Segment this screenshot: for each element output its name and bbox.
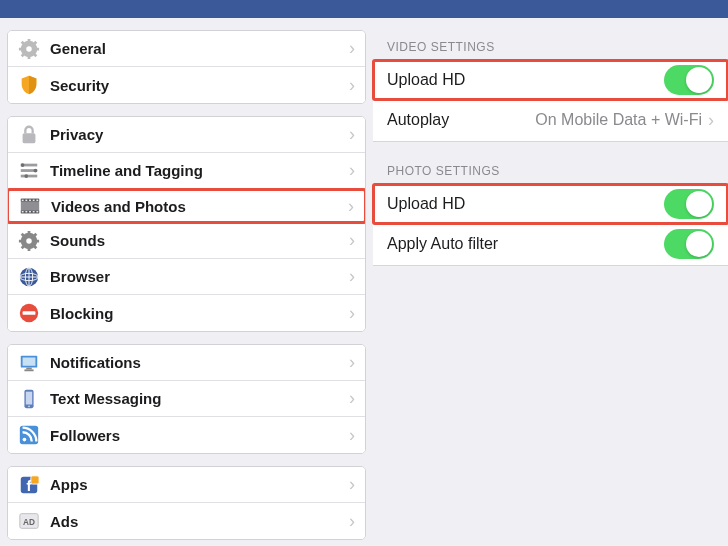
- chevron-right-icon: ›: [349, 474, 355, 495]
- chevron-right-icon: ›: [348, 196, 354, 217]
- section-header: VIDEO SETTINGS: [373, 18, 728, 60]
- chevron-right-icon: ›: [349, 160, 355, 181]
- svg-point-15: [34, 168, 38, 172]
- settings-group: fApps›ADAds›: [7, 466, 366, 540]
- setting-row-autofilter: Apply Auto filter: [373, 223, 728, 265]
- svg-rect-49: [26, 367, 32, 369]
- settings-row-general[interactable]: General›: [8, 31, 365, 67]
- svg-point-14: [21, 163, 25, 167]
- chevron-right-icon: ›: [349, 303, 355, 324]
- svg-rect-27: [29, 211, 31, 212]
- gear-icon: [18, 38, 40, 60]
- settings-row-label: Privacy: [50, 126, 349, 143]
- setting-row-video_hd: Upload HD: [372, 59, 728, 101]
- svg-rect-29: [36, 211, 38, 212]
- svg-rect-46: [23, 311, 36, 315]
- settings-row-label: Videos and Photos: [51, 198, 348, 215]
- svg-rect-58: [31, 475, 39, 483]
- svg-rect-52: [26, 391, 32, 404]
- svg-rect-28: [33, 211, 35, 212]
- svg-rect-20: [22, 200, 24, 201]
- settings-row-label: Browser: [50, 268, 349, 285]
- setting-label: Apply Auto filter: [387, 235, 664, 253]
- ads-icon: AD: [18, 510, 40, 532]
- chevron-right-icon: ›: [349, 230, 355, 251]
- svg-rect-13: [21, 174, 38, 177]
- svg-rect-10: [23, 133, 36, 143]
- svg-rect-50: [24, 369, 33, 371]
- rss-icon: [18, 424, 40, 446]
- settings-row-followers[interactable]: Followers›: [8, 417, 365, 453]
- svg-point-53: [28, 405, 30, 407]
- toggle-switch[interactable]: [664, 65, 714, 95]
- settings-row-label: Followers: [50, 427, 349, 444]
- setting-label: Upload HD: [387, 195, 664, 213]
- settings-row-text[interactable]: Text Messaging›: [8, 381, 365, 417]
- setting-row-photo_hd: Upload HD: [372, 183, 728, 225]
- svg-rect-48: [23, 357, 36, 365]
- settings-row-browser[interactable]: Browser›: [8, 259, 365, 295]
- settings-row-label: Ads: [50, 513, 349, 530]
- setting-value: On Mobile Data + Wi-Fi: [535, 111, 702, 129]
- settings-section: Upload HDApply Auto filter: [373, 184, 728, 266]
- setting-label: Autoplay: [387, 111, 535, 129]
- settings-row-security[interactable]: Security›: [8, 67, 365, 103]
- svg-point-1: [26, 46, 32, 52]
- chevron-right-icon: ›: [349, 388, 355, 409]
- settings-row-label: Security: [50, 77, 349, 94]
- svg-text:AD: AD: [23, 518, 35, 527]
- block-icon: [18, 302, 40, 324]
- svg-point-55: [23, 438, 27, 442]
- film-icon: [19, 195, 41, 217]
- chevron-right-icon: ›: [349, 124, 355, 145]
- svg-line-7: [34, 53, 37, 56]
- settings-row-label: Apps: [50, 476, 349, 493]
- settings-row-label: Notifications: [50, 354, 349, 371]
- settings-row-apps[interactable]: fApps›: [8, 467, 365, 503]
- settings-row-label: Blocking: [50, 305, 349, 322]
- chevron-right-icon: ›: [349, 511, 355, 532]
- svg-line-37: [34, 245, 37, 248]
- svg-rect-21: [25, 200, 27, 201]
- toggle-switch[interactable]: [664, 229, 714, 259]
- chevron-right-icon: ›: [708, 110, 714, 131]
- svg-rect-22: [29, 200, 31, 201]
- settings-row-ads[interactable]: ADAds›: [8, 503, 365, 539]
- setting-row-autoplay[interactable]: AutoplayOn Mobile Data + Wi-Fi›: [373, 99, 728, 141]
- svg-rect-26: [25, 211, 27, 212]
- settings-row-timeline[interactable]: Timeline and Tagging›: [8, 153, 365, 189]
- settings-row-label: Sounds: [50, 232, 349, 249]
- settings-row-blocking[interactable]: Blocking›: [8, 295, 365, 331]
- svg-line-36: [22, 233, 25, 236]
- apps-icon: f: [18, 474, 40, 496]
- svg-line-9: [34, 41, 37, 44]
- lock-icon: [18, 124, 40, 146]
- toggle-switch[interactable]: [664, 189, 714, 219]
- settings-row-sounds[interactable]: Sounds›: [8, 223, 365, 259]
- timeline-icon: [18, 160, 40, 182]
- settings-row-notifications[interactable]: Notifications›: [8, 345, 365, 381]
- settings-row-videos[interactable]: Videos and Photos›: [7, 188, 366, 224]
- settings-row-label: Timeline and Tagging: [50, 162, 349, 179]
- settings-group: Privacy›Timeline and Tagging›Videos and …: [7, 116, 366, 332]
- svg-line-39: [34, 233, 37, 236]
- chevron-right-icon: ›: [349, 266, 355, 287]
- svg-line-8: [22, 53, 25, 56]
- settings-row-label: General: [50, 40, 349, 57]
- monitor-icon: [18, 352, 40, 374]
- setting-label: Upload HD: [387, 71, 664, 89]
- chevron-right-icon: ›: [349, 75, 355, 96]
- svg-point-31: [26, 238, 32, 244]
- chevron-right-icon: ›: [349, 425, 355, 446]
- svg-line-38: [22, 245, 25, 248]
- settings-row-privacy[interactable]: Privacy›: [8, 117, 365, 153]
- settings-group: Notifications›Text Messaging›Followers›: [7, 344, 366, 454]
- detail-pane: VIDEO SETTINGSUpload HDAutoplayOn Mobile…: [373, 0, 728, 546]
- svg-rect-25: [22, 211, 24, 212]
- phone-icon: [18, 388, 40, 410]
- gear2-icon: [18, 230, 40, 252]
- header-bar-right: [373, 0, 728, 18]
- svg-line-6: [22, 41, 25, 44]
- svg-rect-23: [33, 200, 35, 201]
- section-header: PHOTO SETTINGS: [373, 142, 728, 184]
